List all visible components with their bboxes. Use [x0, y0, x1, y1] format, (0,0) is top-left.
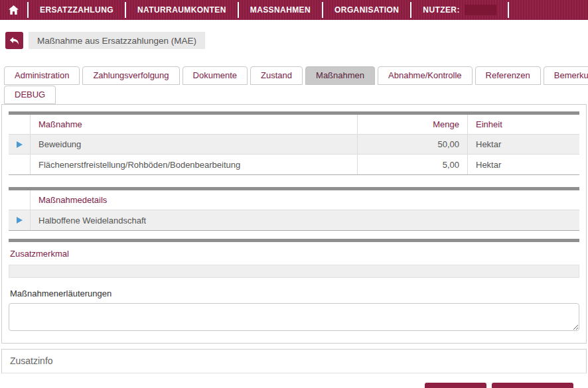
- table-row[interactable]: Halboffene Weidelandschaft: [9, 210, 579, 230]
- measures-table: Maßnahme Menge Einheit Beweidung 50,00 H…: [9, 115, 579, 175]
- zusatzinfo-panel[interactable]: Zusatzinfo: [1, 349, 587, 373]
- massnahmen-tab-panel: Maßnahme Menge Einheit Beweidung 50,00 H…: [1, 104, 587, 344]
- footer-actions: Bearbeiten Zur Übersicht ...: [0, 383, 573, 388]
- row-icon-cell[interactable]: [9, 210, 31, 230]
- zusatzmerkmal-label: Zusatzmerkmal: [9, 242, 579, 265]
- header-icon-cell: [9, 115, 31, 134]
- top-navigation-bar: ERSATZZAHLUNG NATURRAUMKONTEN MASSNAHMEN…: [0, 0, 588, 20]
- username-redacted: [465, 5, 496, 15]
- erlaeuterungen-label: Maßnahmenerläuterungen: [10, 289, 579, 298]
- tab-zahlungsverfolgung[interactable]: Zahlungsverfolgung: [82, 66, 179, 85]
- zur-uebersicht-button[interactable]: Zur Übersicht ...: [492, 383, 573, 388]
- zusatzmerkmal-field: [9, 265, 579, 278]
- cell-menge: 50,00: [357, 135, 467, 154]
- details-table: Maßnahmedetails Halboffene Weidelandscha…: [9, 190, 579, 231]
- nav-item-ersatzzahlung[interactable]: ERSATZZAHLUNG: [29, 0, 125, 20]
- tab-abnahme-kontrolle[interactable]: Abnahme/Kontrolle: [378, 66, 473, 85]
- nutzer-label: NUTZER:: [423, 5, 459, 15]
- erlaeuterungen-textarea[interactable]: [9, 303, 579, 331]
- cell-massnahme: Flächenerstfreistellung/Rohböden/Bodenbe…: [31, 155, 357, 174]
- expand-arrow-icon[interactable]: [17, 217, 23, 224]
- tab-row-1: Administration Zahlungsverfolgung Dokume…: [4, 66, 588, 85]
- nav-item-nutzer[interactable]: NUTZER:: [411, 0, 507, 20]
- header-massnahme: Maßnahme: [31, 115, 357, 134]
- nav-item-organisation[interactable]: ORGANISATION: [323, 0, 410, 20]
- tab-debug[interactable]: DEBUG: [4, 86, 56, 104]
- measures-table-header: Maßnahme Menge Einheit: [9, 115, 579, 135]
- table-row[interactable]: Flächenerstfreistellung/Rohböden/Bodenbe…: [9, 155, 579, 174]
- back-button[interactable]: [5, 32, 23, 49]
- back-arrow-icon: [9, 36, 19, 45]
- home-icon: [9, 5, 19, 15]
- nav-separator: [508, 2, 509, 18]
- cell-einheit: Hektar: [467, 155, 579, 174]
- header-icon-cell: [9, 190, 31, 210]
- tab-massnahmen[interactable]: Maßnahmen: [305, 66, 375, 85]
- toolbar: Maßnahme aus Ersatzzahlungen (MAE): [5, 32, 588, 49]
- nav-item-naturraumkonten[interactable]: NATURRAUMKONTEN: [126, 0, 238, 20]
- table-row[interactable]: Beweidung 50,00 Hektar: [9, 135, 579, 155]
- cell-massnahme: Beweidung: [31, 135, 357, 154]
- page-title: Maßnahme aus Ersatzzahlungen (MAE): [29, 32, 205, 49]
- tab-bemerkungen[interactable]: Bemerkungen: [544, 66, 588, 85]
- tab-dokumente[interactable]: Dokumente: [183, 66, 248, 85]
- row-icon-cell[interactable]: [9, 135, 31, 154]
- details-table-header: Maßnahmedetails: [9, 190, 579, 210]
- cell-einheit: Hektar: [467, 135, 579, 154]
- tab-referenzen[interactable]: Referenzen: [475, 66, 541, 85]
- tab-bar: Administration Zahlungsverfolgung Dokume…: [1, 66, 588, 104]
- home-button[interactable]: [0, 5, 27, 15]
- tab-zustand[interactable]: Zustand: [250, 66, 303, 85]
- expand-arrow-icon[interactable]: [17, 141, 23, 148]
- nav-item-massnahmen[interactable]: MASSNAHMEN: [239, 0, 322, 20]
- tab-administration[interactable]: Administration: [4, 66, 80, 85]
- header-einheit: Einheit: [467, 115, 579, 134]
- header-menge: Menge: [357, 115, 467, 134]
- row-icon-cell: [9, 155, 31, 174]
- bearbeiten-button[interactable]: Bearbeiten: [425, 383, 486, 388]
- header-massnahmedetails: Maßnahmedetails: [31, 190, 579, 210]
- tab-row-2: DEBUG: [4, 86, 588, 104]
- cell-detail-name: Halboffene Weidelandschaft: [31, 210, 579, 230]
- cell-menge: 5,00: [357, 155, 467, 174]
